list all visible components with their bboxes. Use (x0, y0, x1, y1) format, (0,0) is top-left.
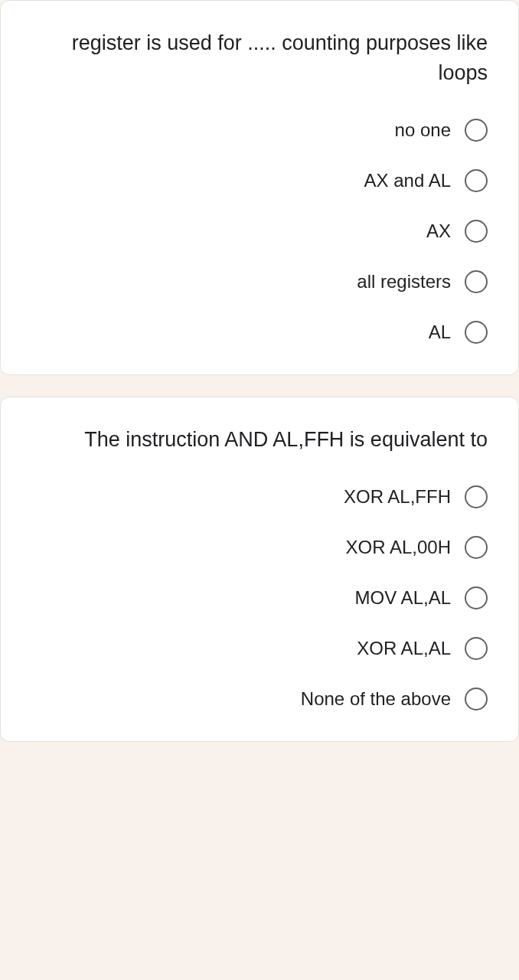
radio-icon[interactable] (465, 688, 488, 710)
option-label: XOR AL,AL (357, 638, 451, 659)
option-label: XOR AL,00H (346, 537, 451, 558)
option-row[interactable]: XOR AL,AL (357, 637, 488, 660)
option-row[interactable]: all registers (357, 270, 488, 293)
option-row[interactable]: no one (395, 119, 488, 142)
option-label: XOR AL,FFH (344, 486, 451, 508)
option-label: no one (395, 119, 451, 141)
radio-icon[interactable] (465, 536, 488, 559)
option-label: AX (426, 220, 451, 242)
options-container: no one AX and AL AX all registers AL (31, 119, 488, 344)
option-row[interactable]: AL (429, 321, 488, 344)
question-card-2: The instruction AND AL,FFH is equivalent… (0, 397, 519, 742)
option-row[interactable]: None of the above (301, 688, 488, 710)
radio-icon[interactable] (465, 586, 488, 609)
radio-icon[interactable] (465, 485, 488, 508)
option-row[interactable]: AX (426, 220, 488, 243)
question-prompt: register is used for ..... counting purp… (31, 28, 488, 88)
radio-icon[interactable] (465, 637, 488, 660)
option-label: None of the above (301, 688, 451, 710)
radio-icon[interactable] (465, 119, 488, 142)
option-label: all registers (357, 271, 451, 292)
option-row[interactable]: MOV AL,AL (355, 586, 488, 609)
question-prompt: The instruction AND AL,FFH is equivalent… (31, 425, 488, 455)
option-row[interactable]: XOR AL,FFH (344, 485, 488, 508)
option-label: AX and AL (364, 170, 451, 191)
radio-icon[interactable] (465, 220, 488, 243)
option-row[interactable]: XOR AL,00H (346, 536, 488, 559)
option-label: AL (429, 322, 451, 343)
radio-icon[interactable] (465, 270, 488, 293)
radio-icon[interactable] (465, 321, 488, 344)
radio-icon[interactable] (465, 169, 488, 192)
question-card-1: register is used for ..... counting purp… (0, 0, 519, 375)
options-container: XOR AL,FFH XOR AL,00H MOV AL,AL XOR AL,A… (31, 485, 488, 710)
option-label: MOV AL,AL (355, 587, 451, 609)
option-row[interactable]: AX and AL (364, 169, 488, 192)
